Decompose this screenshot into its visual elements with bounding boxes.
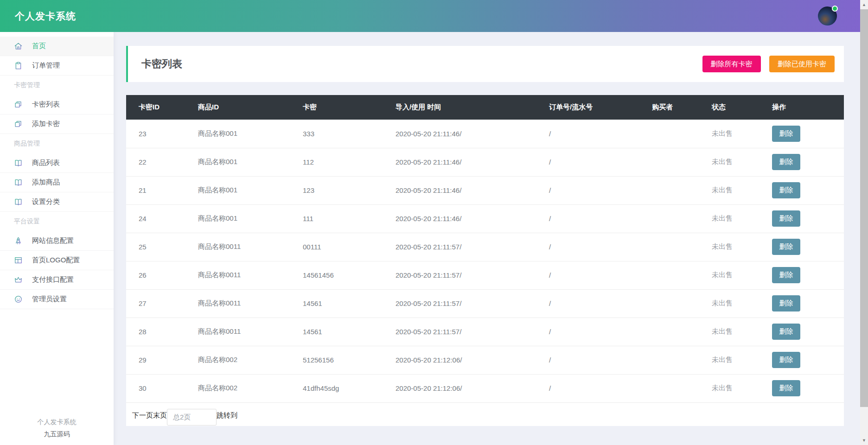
cell-product-id: 商品名称0011 (198, 261, 303, 289)
cell-status: 未出售 (712, 148, 772, 176)
sidebar-item-12[interactable]: 支付接口配置 (0, 270, 114, 290)
scroll-up-arrow-icon[interactable]: ▲ (860, 1, 868, 8)
table-row: 21商品名称0011232020-05-20 21:11:46//未出售删除 (126, 176, 844, 204)
table-row: 26商品名称0011145614562020-05-20 21:11:57//未… (126, 261, 844, 289)
page-title-card: 卡密列表 删除所有卡密 删除已使用卡密 (126, 46, 844, 82)
delete-row-button[interactable]: 删除 (772, 352, 800, 368)
col-header-buyer: 购买者 (652, 95, 712, 120)
cell-buyer (652, 120, 712, 148)
cell-status: 未出售 (712, 346, 772, 374)
rocket-icon (14, 236, 23, 245)
sidebar-item-11[interactable]: 首页LOGO配置 (0, 251, 114, 270)
sidebar-item-label: 首页LOGO配置 (32, 256, 80, 265)
col-header-product-id: 商品ID (198, 95, 303, 120)
sidebar-footer: 个人发卡系统 九五源码 (0, 418, 114, 439)
delete-row-button[interactable]: 删除 (772, 380, 800, 396)
cell-order-no: / (549, 233, 652, 261)
cell-order-no: / (549, 176, 652, 204)
cell-actions: 删除 (772, 261, 844, 289)
card-key-table-card: 卡密ID 商品ID 卡密 导入/使用 时间 订单号/流水号 购买者 状态 操作 … (126, 95, 844, 426)
cell-buyer (652, 148, 712, 176)
cell-time: 2020-05-20 21:11:46/ (396, 176, 549, 204)
cell-order-no: / (549, 318, 652, 346)
cell-key: 123 (303, 176, 396, 204)
delete-all-keys-button[interactable]: 删除所有卡密 (702, 56, 761, 72)
sidebar-item-label: 管理员设置 (32, 295, 67, 304)
scrollbar-thumb[interactable] (860, 9, 868, 407)
cell-key: 14561456 (303, 261, 396, 289)
cell-buyer (652, 204, 712, 233)
delete-row-button[interactable]: 删除 (772, 154, 800, 170)
cell-buyer (652, 176, 712, 204)
book-icon (14, 159, 23, 167)
sidebar-item-label: 商品列表 (32, 159, 60, 167)
table-row: 29商品名称002512561562020-05-20 21:12:06//未出… (126, 346, 844, 374)
book-icon (14, 197, 23, 206)
delete-row-button[interactable]: 删除 (772, 295, 800, 312)
sidebar-item-0[interactable]: 首页 (0, 37, 114, 56)
cell-product-id: 商品名称0011 (198, 318, 303, 346)
cell-status: 未出售 (712, 318, 772, 346)
table-row: 24商品名称0011112020-05-20 21:11:46//未出售删除 (126, 204, 844, 233)
cards-icon (14, 120, 23, 128)
layout-icon (14, 256, 23, 265)
col-header-status: 状态 (712, 95, 772, 120)
cell-time: 2020-05-20 21:12:06/ (396, 346, 549, 374)
page-jump-input[interactable] (167, 409, 217, 426)
cell-actions: 删除 (772, 204, 844, 233)
pagination: 下一页 末页 跳转到 (126, 403, 844, 426)
delete-used-keys-button[interactable]: 删除已使用卡密 (769, 56, 835, 72)
delete-row-button[interactable]: 删除 (772, 267, 800, 283)
cell-time: 2020-05-20 21:11:46/ (396, 204, 549, 233)
sidebar-item-7[interactable]: 添加商品 (0, 173, 114, 192)
cell-order-no: / (549, 374, 652, 402)
cell-product-id: 商品名称002 (198, 374, 303, 402)
page-title: 卡密列表 (141, 57, 182, 71)
smile-icon (14, 295, 23, 304)
sidebar-item-1[interactable]: 订单管理 (0, 56, 114, 76)
col-header-key: 卡密 (303, 95, 396, 120)
cell-product-id: 商品名称001 (198, 204, 303, 233)
next-page-link[interactable]: 下一页 (132, 409, 153, 420)
sidebar-item-label: 卡密列表 (32, 100, 60, 109)
table-header: 卡密ID 商品ID 卡密 导入/使用 时间 订单号/流水号 购买者 状态 操作 (126, 95, 844, 120)
cell-order-no: / (549, 261, 652, 289)
cell-key-id: 22 (126, 148, 198, 176)
cell-order-no: / (549, 148, 652, 176)
last-page-link[interactable]: 末页 (153, 409, 167, 420)
sidebar-item-13[interactable]: 管理员设置 (0, 290, 114, 309)
jump-to-link[interactable]: 跳转到 (217, 409, 237, 420)
sidebar-item-label: 添加卡密 (32, 120, 60, 128)
cell-actions: 删除 (772, 233, 844, 261)
sidebar-item-8[interactable]: 设置分类 (0, 192, 114, 212)
delete-row-button[interactable]: 删除 (772, 182, 800, 198)
cell-key-id: 28 (126, 318, 198, 346)
sidebar-nav: 首页订单管理卡密管理卡密列表添加卡密商品管理商品列表添加商品设置分类平台设置网站… (0, 32, 114, 309)
cell-actions: 删除 (772, 318, 844, 346)
delete-row-button[interactable]: 删除 (772, 324, 800, 340)
cell-buyer (652, 261, 712, 289)
scroll-down-arrow-icon[interactable]: ▼ (860, 437, 868, 444)
cell-buyer (652, 346, 712, 374)
cell-key-id: 26 (126, 261, 198, 289)
cell-product-id: 商品名称0011 (198, 289, 303, 318)
delete-row-button[interactable]: 删除 (772, 239, 800, 255)
table-row: 25商品名称0011001112020-05-20 21:11:57//未出售删… (126, 233, 844, 261)
sidebar-item-10[interactable]: 网站信息配置 (0, 231, 114, 251)
sidebar-item-3[interactable]: 卡密列表 (0, 95, 114, 114)
user-avatar[interactable] (818, 6, 837, 25)
cell-buyer (652, 374, 712, 402)
col-header-order-no: 订单号/流水号 (549, 95, 652, 120)
cell-key: 00111 (303, 233, 396, 261)
sidebar-footer-credit: 九五源码 (0, 430, 114, 439)
delete-row-button[interactable]: 删除 (772, 210, 800, 227)
col-header-time: 导入/使用 时间 (396, 95, 549, 120)
cell-key: 14561 (303, 318, 396, 346)
vertical-scrollbar[interactable]: ▲ ▼ (860, 0, 868, 445)
cell-key-id: 21 (126, 176, 198, 204)
sidebar-item-6[interactable]: 商品列表 (0, 153, 114, 173)
sidebar-item-4[interactable]: 添加卡密 (0, 114, 114, 134)
delete-row-button[interactable]: 删除 (772, 126, 800, 142)
sidebar-item-label: 支付接口配置 (32, 275, 74, 284)
cell-actions: 删除 (772, 176, 844, 204)
